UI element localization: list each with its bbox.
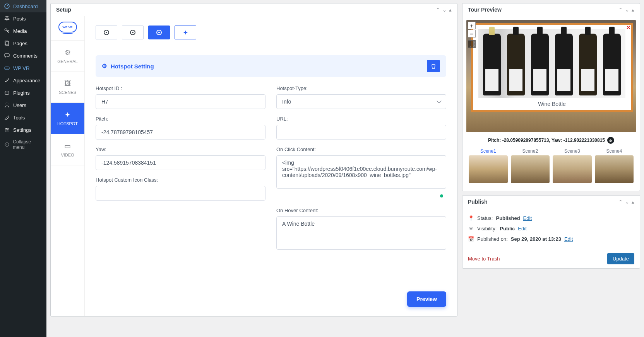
move-to-trash-link[interactable]: Move to Trash bbox=[468, 256, 500, 262]
pitch-yaw-info: Pitch: -28.059092897855713, Yaw: -112.90… bbox=[488, 138, 605, 143]
tab-general[interactable]: ⚙ GENERAL bbox=[51, 41, 84, 72]
sidebar-label: Tools bbox=[13, 115, 25, 121]
vr-icon bbox=[4, 65, 10, 71]
dashboard-icon bbox=[4, 3, 10, 9]
plus-icon: ✚ bbox=[183, 30, 188, 36]
label-icon-class: Hotspot Custom Icon Class: bbox=[96, 177, 265, 183]
hotspot-type-select[interactable]: Info bbox=[276, 94, 446, 109]
svg-point-8 bbox=[6, 128, 7, 129]
panel-toggle-icon[interactable]: ▴ bbox=[632, 199, 634, 205]
sidebar-label: Media bbox=[13, 28, 27, 34]
sidebar-label: WP VR bbox=[13, 65, 29, 71]
hotspot-dot-icon bbox=[130, 30, 135, 35]
panel-arrow-up-icon[interactable]: ⌃ bbox=[618, 7, 623, 13]
hotspot-id-input[interactable] bbox=[96, 94, 265, 109]
download-icon[interactable] bbox=[607, 137, 614, 144]
sidebar-item-wpvr[interactable]: WP VR bbox=[0, 62, 46, 74]
published-label: Published on: bbox=[477, 236, 508, 242]
svg-point-6 bbox=[8, 68, 9, 69]
trash-icon bbox=[430, 63, 437, 69]
edit-visibility-link[interactable]: Edit bbox=[518, 226, 526, 231]
hotspot-button-1[interactable] bbox=[96, 26, 117, 39]
wp-admin-sidebar: Dashboard Posts Media Pages Comments WP … bbox=[0, 0, 46, 337]
panel-arrow-down-icon[interactable]: ⌄ bbox=[625, 199, 629, 205]
url-input[interactable] bbox=[276, 125, 446, 140]
tab-label: GENERAL bbox=[57, 59, 78, 64]
panel-arrow-down-icon[interactable]: ⌄ bbox=[442, 7, 447, 13]
panel-arrow-up-icon[interactable]: ⌃ bbox=[618, 199, 623, 205]
label-on-hover: On Hover Content: bbox=[276, 208, 446, 213]
comment-icon bbox=[4, 53, 10, 59]
sidebar-item-settings[interactable]: Settings bbox=[0, 124, 46, 136]
key-icon: 📍 bbox=[468, 215, 474, 221]
hotspot-setting-title: Hotspot Setting bbox=[111, 63, 154, 70]
fullscreen-button[interactable]: ⛶ bbox=[468, 40, 476, 48]
zoom-in-button[interactable]: + bbox=[468, 22, 476, 29]
preview-button[interactable]: Preview bbox=[407, 291, 446, 307]
sidebar-item-comments[interactable]: Comments bbox=[0, 49, 46, 62]
tab-label: SCENES bbox=[59, 90, 76, 95]
edit-published-link[interactable]: Edit bbox=[564, 236, 573, 242]
tab-hotspot[interactable]: ✦ HOTSPOT bbox=[51, 103, 84, 134]
sidebar-item-plugins[interactable]: Plugins bbox=[0, 87, 46, 99]
hotspot-add-button[interactable]: ✚ bbox=[175, 26, 196, 39]
label-on-click: On Click Content: bbox=[276, 146, 446, 152]
panel-arrow-down-icon[interactable]: ⌄ bbox=[625, 7, 629, 13]
tour-preview-panel: Tour Preview ⌃ ⌄ ▴ + − ⛶ bbox=[462, 3, 640, 191]
plugin-icon bbox=[4, 90, 10, 96]
tab-video[interactable]: ▭ VIDEO bbox=[51, 134, 84, 165]
sidebar-label: Comments bbox=[13, 53, 38, 59]
tour-preview-title: Tour Preview bbox=[468, 7, 502, 13]
sidebar-item-dashboard[interactable]: Dashboard bbox=[0, 0, 46, 12]
hotspot-button-3[interactable] bbox=[148, 26, 170, 39]
sidebar-label: Settings bbox=[13, 127, 31, 133]
update-button[interactable]: Update bbox=[607, 253, 634, 264]
media-icon bbox=[4, 28, 10, 34]
delete-hotspot-button[interactable] bbox=[427, 60, 440, 72]
label-hotspot-type: Hotspot-Type: bbox=[276, 85, 446, 91]
status-label: Status: bbox=[477, 215, 493, 221]
sidebar-item-tools[interactable]: Tools bbox=[0, 111, 46, 124]
sidebar-label: Users bbox=[13, 102, 26, 108]
scene-thumb-1[interactable]: Scene1 bbox=[469, 148, 508, 183]
scene-label: Scene3 bbox=[553, 148, 592, 154]
scene-thumb-2[interactable]: Scene2 bbox=[511, 148, 550, 183]
panel-toggle-icon[interactable]: ▴ bbox=[632, 7, 634, 13]
on-hover-textarea[interactable]: A Wine Bottle bbox=[276, 216, 446, 250]
sidebar-label: Plugins bbox=[13, 90, 30, 96]
scene-viewport[interactable]: + − ⛶ ✕ bbox=[466, 20, 636, 132]
scene-label: Scene4 bbox=[595, 148, 634, 154]
on-click-textarea[interactable]: <img src="https://wordpress5f0406f1e00ee… bbox=[276, 155, 446, 189]
sidebar-item-media[interactable]: Media bbox=[0, 25, 46, 37]
label-hotspot-id: Hotspot ID : bbox=[96, 85, 265, 91]
panel-toggle-icon[interactable]: ▴ bbox=[449, 7, 452, 13]
edit-status-link[interactable]: Edit bbox=[523, 215, 532, 221]
scene-thumbnail-image bbox=[553, 155, 592, 183]
calendar-icon: 📅 bbox=[468, 236, 474, 242]
sidebar-item-appearance[interactable]: Appearance bbox=[0, 74, 46, 87]
scene-thumb-3[interactable]: Scene3 bbox=[553, 148, 592, 183]
popup-close-button[interactable]: ✕ bbox=[626, 24, 631, 31]
brush-icon bbox=[4, 77, 10, 83]
hotspot-button-2[interactable] bbox=[122, 26, 144, 39]
yaw-input[interactable] bbox=[96, 155, 265, 170]
panel-arrow-up-icon[interactable]: ⌃ bbox=[436, 7, 440, 13]
icon-class-input[interactable] bbox=[96, 186, 265, 201]
pitch-input[interactable] bbox=[96, 125, 265, 140]
sidebar-item-posts[interactable]: Posts bbox=[0, 12, 46, 25]
pin-icon bbox=[4, 15, 10, 22]
wrench-icon bbox=[4, 114, 10, 121]
svg-point-5 bbox=[6, 68, 7, 69]
scene-label: Scene2 bbox=[511, 148, 550, 154]
svg-point-7 bbox=[6, 103, 8, 105]
scene-thumb-4[interactable]: Scene4 bbox=[595, 148, 634, 183]
zoom-out-button[interactable]: − bbox=[468, 30, 476, 37]
label-yaw: Yaw: bbox=[96, 146, 265, 152]
sidebar-item-users[interactable]: Users bbox=[0, 99, 46, 111]
label-url: URL: bbox=[276, 116, 446, 122]
tab-scenes[interactable]: 🖼 SCENES bbox=[51, 72, 84, 103]
sidebar-collapse[interactable]: Collapse menu bbox=[0, 136, 46, 153]
sidebar-item-pages[interactable]: Pages bbox=[0, 37, 46, 49]
scene-thumbnail-image bbox=[595, 155, 634, 183]
setup-panel: Setup ⌃ ⌄ ▴ WP VR ⚙ GENERAL bbox=[50, 3, 457, 317]
